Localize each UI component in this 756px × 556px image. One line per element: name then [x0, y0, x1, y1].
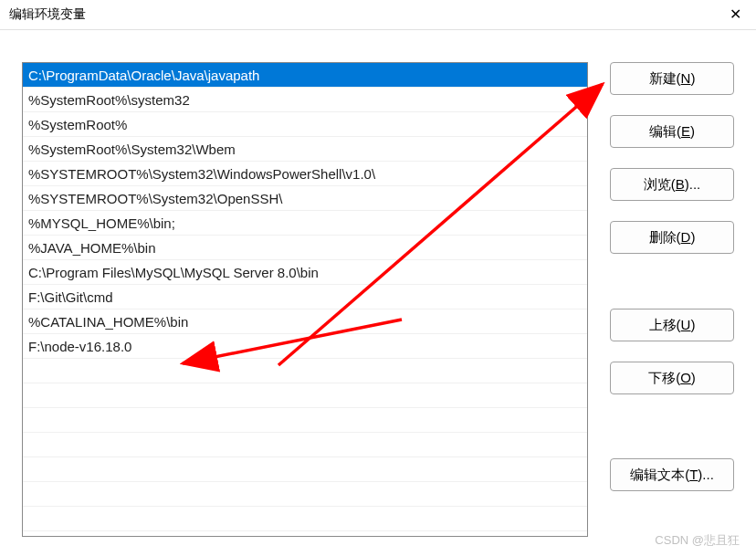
list-item[interactable]: %SystemRoot%\system32: [23, 88, 587, 112]
title-bar: 编辑环境变量 ✕: [0, 0, 756, 29]
move-up-button[interactable]: 上移(U): [610, 309, 734, 341]
list-item[interactable]: %SYSTEMROOT%\System32\OpenSSH\: [23, 186, 587, 211]
browse-button[interactable]: 浏览(B)...: [610, 168, 734, 201]
list-item[interactable]: %SystemRoot%\System32\Wbem: [23, 137, 587, 162]
list-item[interactable]: %MYSQL_HOME%\bin;: [23, 211, 587, 236]
list-item[interactable]: %JAVA_HOME%\bin: [23, 236, 587, 260]
close-icon[interactable]: ✕: [714, 0, 756, 29]
list-item[interactable]: %CATALINA_HOME%\bin: [23, 309, 587, 334]
new-button[interactable]: 新建(N): [610, 62, 734, 95]
list-item[interactable]: [23, 433, 587, 457]
list-item[interactable]: F:\Git\Git\cmd: [23, 285, 587, 309]
move-down-button[interactable]: 下移(O): [610, 362, 734, 394]
list-item[interactable]: [23, 383, 587, 408]
list-item[interactable]: C:\Program Files\MySQL\MySQL Server 8.0\…: [23, 260, 587, 285]
list-item[interactable]: %SYSTEMROOT%\System32\WindowsPowerShell\…: [23, 162, 587, 186]
button-column: 新建(N) 编辑(E) 浏览(B)... 删除(D) 上移(U) 下移(O) 编…: [610, 62, 734, 556]
list-item[interactable]: [23, 507, 587, 531]
delete-button[interactable]: 删除(D): [610, 221, 734, 254]
path-listbox[interactable]: C:\ProgramData\Oracle\Java\javapath%Syst…: [22, 62, 588, 537]
list-item[interactable]: %SystemRoot%: [23, 112, 587, 137]
list-item[interactable]: [23, 408, 587, 433]
edit-text-button[interactable]: 编辑文本(T)...: [610, 458, 734, 491]
list-item[interactable]: C:\ProgramData\Oracle\Java\javapath: [23, 63, 587, 88]
list-item[interactable]: [23, 457, 587, 482]
edit-button[interactable]: 编辑(E): [610, 115, 734, 148]
list-item[interactable]: [23, 482, 587, 507]
list-item[interactable]: [23, 359, 587, 383]
list-item[interactable]: F:\node-v16.18.0: [23, 334, 587, 359]
content-area: C:\ProgramData\Oracle\Java\javapath%Syst…: [0, 30, 756, 556]
window-title: 编辑环境变量: [9, 6, 86, 23]
